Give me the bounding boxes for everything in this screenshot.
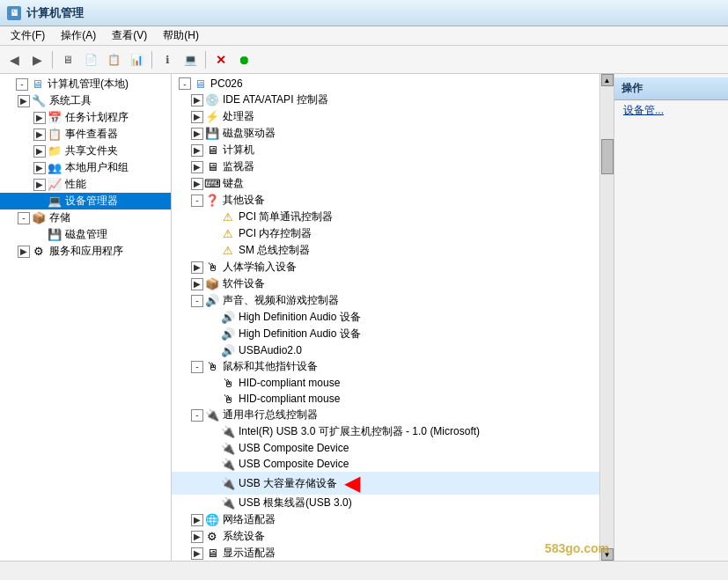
right-tree-proc[interactable]: ▶ ⚡ 处理器 [172,108,599,125]
right-expand-sound[interactable]: - [191,295,203,307]
storage-icon: 📦 [32,211,46,225]
net-icon: 🌐 [205,513,219,527]
right-expand-monitor[interactable]: ▶ [191,161,203,173]
right-tree-hda2[interactable]: 🔊 High Definition Audio 设备 [172,326,599,342]
right-expand-other[interactable]: - [191,195,203,207]
close-button[interactable]: ✕ [210,49,232,70]
scroll-up-button[interactable]: ▲ [601,74,614,86]
right-tree-sound[interactable]: - 🔊 声音、视频和游戏控制器 [172,292,599,309]
menu-action[interactable]: 操作(A) [54,26,103,45]
right-tree-other[interactable]: - ❓ 其他设备 [172,192,599,209]
devmgr-icon: 💻 [48,195,62,209]
right-tree-usb-comp2[interactable]: 🔌 USB Composite Device [172,456,599,472]
right-tree-usb-hub[interactable]: 🔌 USB 根集线器(USB 3.0) [172,495,599,511]
right-tree-usbaudio[interactable]: 🔊 USBAudio2.0 [172,342,599,358]
arrow-annotation: ◀ [344,473,360,494]
action-panel-header: 操作 [614,77,728,100]
menu-view[interactable]: 查看(V) [105,26,154,45]
left-tree-share[interactable]: ▶ 📁 共享文件夹 [0,143,171,159]
left-expand-perf[interactable]: ▶ [33,179,46,191]
left-tree-systools[interactable]: ▶ 🔧 系统工具 [0,92,171,109]
hid1-icon: 🖱 [221,376,235,390]
left-tree-disk[interactable]: 💾 磁盘管理 [0,226,171,243]
right-expand-pc026[interactable]: - [179,77,191,90]
right-tree-keyboard[interactable]: ▶ ⌨ 键盘 [172,175,599,192]
right-tree-monitor[interactable]: ▶ 🖥 监视器 [172,158,599,175]
right-expand-display[interactable]: ▶ [191,547,203,560]
right-tree-display[interactable]: ▶ 🖥 显示适配器 [172,545,599,561]
left-expand-users[interactable]: ▶ [33,162,46,174]
right-tree-mouse[interactable]: - 🖱 鼠标和其他指针设备 [172,358,599,375]
right-tree-net[interactable]: ▶ 🌐 网络适配器 [172,511,599,528]
right-expand-proc[interactable]: ▶ [191,111,203,123]
left-tree-perf[interactable]: ▶ 📈 性能 [0,176,171,193]
left-expand-storage[interactable]: - [18,212,30,224]
right-expand-computer[interactable]: ▶ [191,144,203,157]
right-tree-pci1[interactable]: ⚠ PCI 简单通讯控制器 [172,209,599,225]
left-tree-event[interactable]: ▶ 📋 事件查看器 [0,126,171,143]
left-tree-devmgr[interactable]: 💻 设备管理器 [0,193,171,209]
left-expand-services[interactable]: ▶ [18,246,30,258]
left-expand-root[interactable]: - [16,78,28,91]
right-tree-computer[interactable]: ▶ 🖥 计算机 [172,142,599,158]
menu-help[interactable]: 帮助(H) [156,26,206,45]
intel-usb-icon: 🔌 [221,425,235,439]
right-expand-usb[interactable]: - [191,409,203,422]
right-tree-usb-comp1[interactable]: 🔌 USB Composite Device [172,440,599,456]
right-expand-net[interactable]: ▶ [191,514,203,526]
scroll-thumb[interactable] [601,139,614,174]
left-expand-systools[interactable]: ▶ [18,95,30,107]
right-tree-hid1[interactable]: 🖱 HID-compliant mouse [172,375,599,391]
right-tree-hid[interactable]: ▶ 🖱 人体学输入设备 [172,259,599,275]
right-tree-hid2[interactable]: 🖱 HID-compliant mouse [172,391,599,407]
right-expand-keyboard[interactable]: ▶ [191,178,203,190]
left-tree-root[interactable]: - 🖥 计算机管理(本地) [0,76,171,92]
right-expand-soft[interactable]: ▶ [191,278,203,290]
sm-icon: ⚠ [221,244,235,258]
list-button[interactable]: 📋 [103,49,124,70]
info-button[interactable]: ℹ [157,49,178,70]
right-label-net: 网络适配器 [223,512,276,527]
left-expand-task[interactable]: ▶ [33,112,46,124]
left-expand-share[interactable]: ▶ [33,145,46,158]
show-hide-button[interactable]: 🖥 [57,49,78,70]
right-tree-usb-mass[interactable]: 🔌 USB 大容量存储设备 ◀ [172,472,599,495]
right-tree-pc026[interactable]: - 🖥 PC026 [172,76,599,92]
record-button[interactable]: ⏺ [233,49,254,70]
forward-button[interactable]: ▶ [26,49,48,70]
right-expand-mouse[interactable]: - [191,361,203,373]
right-label-pc026: PC026 [210,77,243,90]
right-label-hid1: HID-compliant mouse [239,377,340,389]
right-tree-sysdev[interactable]: ▶ ⚙ 系统设备 [172,528,599,545]
right-tree-hda1[interactable]: 🔊 High Definition Audio 设备 [172,309,599,326]
right-label-keyboard: 键盘 [223,176,244,191]
right-label-ide: IDE ATA/ATAPI 控制器 [223,92,328,107]
right-tree-intel-usb[interactable]: 🔌 Intel(R) USB 3.0 可扩展主机控制器 - 1.0 (Micro… [172,423,599,440]
right-tree-usb[interactable]: - 🔌 通用串行总线控制器 [172,407,599,423]
right-tree-ide[interactable]: ▶ 💿 IDE ATA/ATAPI 控制器 [172,92,599,108]
right-tree-pci2[interactable]: ⚠ PCI 内存控制器 [172,225,599,242]
right-label-intel-usb: Intel(R) USB 3.0 可扩展主机控制器 - 1.0 (Microso… [239,424,480,439]
left-expand-event[interactable]: ▶ [33,128,46,141]
right-label-usbaudio: USBAudio2.0 [239,344,302,356]
right-scrollbar[interactable]: ▲ ▼ [599,74,614,561]
left-tree-storage[interactable]: - 📦 存储 [0,209,171,226]
right-expand-sysdev[interactable]: ▶ [191,531,203,543]
back-button[interactable]: ◀ [4,49,25,70]
right-tree-soft[interactable]: ▶ 📦 软件设备 [172,275,599,292]
left-tree-services[interactable]: ▶ ⚙ 服务和应用程序 [0,243,171,260]
right-expand-diskmgr[interactable]: ▶ [191,128,203,140]
right-tree-diskmgr[interactable]: ▶ 💾 磁盘驱动器 [172,125,599,142]
computer-button[interactable]: 💻 [180,49,201,70]
left-tree-task[interactable]: ▶ 📅 任务计划程序 [0,109,171,126]
menu-file[interactable]: 文件(F) [4,26,52,45]
right-expand-hid[interactable]: ▶ [191,261,203,274]
action-link-devmgr[interactable]: 设备管... [614,100,728,121]
left-tree-users[interactable]: ▶ 👥 本地用户和组 [0,159,171,176]
right-expand-ide[interactable]: ▶ [191,94,203,106]
pci1-icon: ⚠ [221,210,235,224]
properties-button[interactable]: 📄 [80,49,101,70]
right-tree-sm[interactable]: ⚠ SM 总线控制器 [172,242,599,259]
detail-button[interactable]: 📊 [126,49,147,70]
right-label-usb-hub: USB 根集线器(USB 3.0) [239,496,352,510]
